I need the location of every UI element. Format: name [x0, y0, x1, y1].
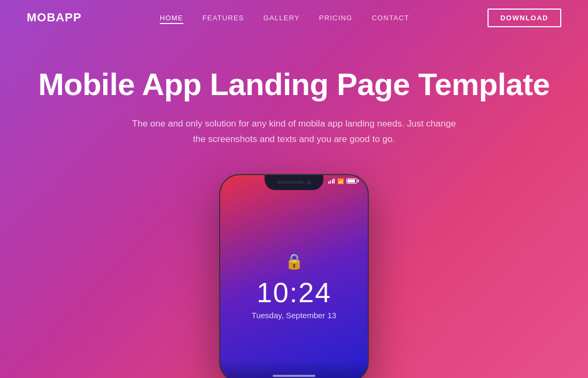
- navbar: MOBAPP HOME FEATURES GALLERY PRICING CON…: [0, 0, 588, 35]
- nav-link-gallery[interactable]: GALLERY: [264, 14, 300, 22]
- phone-date: Tuesday, September 13: [252, 311, 336, 320]
- phone-time: 10:24: [257, 279, 331, 306]
- nav-links: HOME FEATURES GALLERY PRICING CONTACT: [160, 13, 409, 22]
- nav-link-pricing[interactable]: PRICING: [319, 14, 353, 22]
- signal-bars-icon: [328, 178, 335, 184]
- hero-subtitle: The one and only solution for any kind o…: [128, 116, 460, 147]
- nav-item-contact[interactable]: CONTACT: [372, 13, 409, 22]
- nav-link-contact[interactable]: CONTACT: [372, 14, 409, 22]
- signal-bar-4: [334, 178, 335, 184]
- download-button[interactable]: DOWNLOAD: [488, 9, 561, 27]
- battery-fill: [347, 179, 355, 183]
- nav-item-home[interactable]: HOME: [160, 13, 183, 22]
- status-bar: 📶: [328, 178, 358, 184]
- signal-bar-1: [328, 182, 329, 184]
- signal-bar-2: [330, 180, 331, 184]
- nav-item-features[interactable]: FEATURES: [203, 13, 244, 22]
- battery-icon: [346, 178, 357, 184]
- phone-mockup: 📶 🔒 10:24 Tuesday, September 13: [219, 174, 369, 378]
- logo-suffix: APP: [56, 11, 81, 24]
- phone-mockup-container: 📶 🔒 10:24 Tuesday, September 13: [0, 174, 588, 378]
- home-indicator: [273, 375, 315, 377]
- phone-screen: 🔒 10:24 Tuesday, September 13: [220, 175, 368, 378]
- nav-link-features[interactable]: FEATURES: [203, 14, 244, 22]
- logo: MOBAPP: [27, 11, 82, 25]
- wifi-icon: 📶: [337, 178, 344, 184]
- hero-title: Mobile App Landing Page Template: [0, 67, 588, 101]
- nav-link-home[interactable]: HOME: [160, 14, 183, 24]
- phone-notch: [265, 175, 323, 190]
- phone-speaker: [277, 181, 304, 184]
- logo-prefix: MOB: [27, 11, 56, 24]
- front-camera: [307, 180, 311, 185]
- nav-item-pricing[interactable]: PRICING: [319, 13, 353, 22]
- hero-section: Mobile App Landing Page Template The one…: [0, 35, 588, 378]
- lock-icon: 🔒: [285, 253, 304, 270]
- signal-bar-3: [332, 179, 333, 184]
- nav-item-gallery[interactable]: GALLERY: [264, 13, 300, 22]
